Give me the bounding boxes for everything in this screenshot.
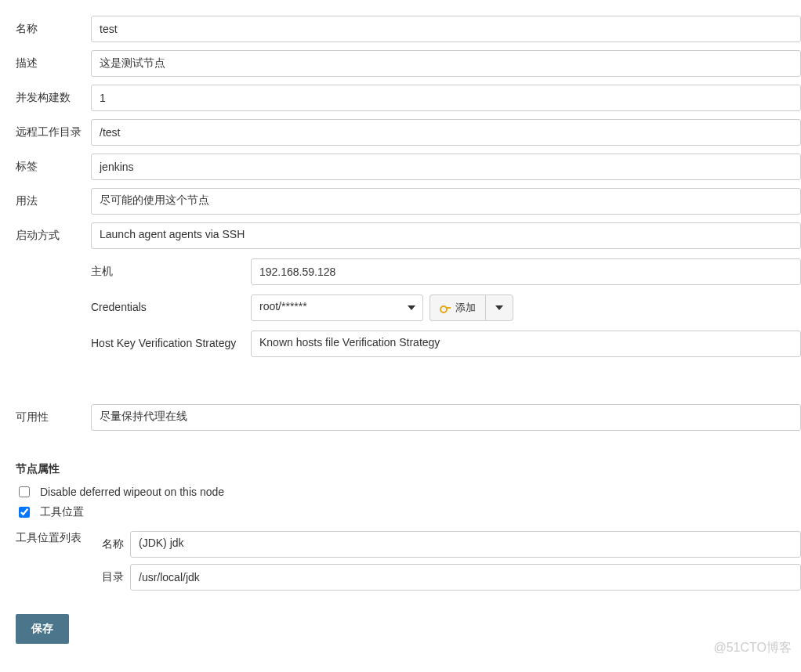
usage-label: 用法 [16,188,91,208]
name-label: 名称 [16,16,91,36]
tool-home-input[interactable] [130,564,801,591]
add-credentials-button[interactable]: 添加 [429,294,485,321]
deferred-wipeout-checkbox[interactable] [19,486,30,497]
host-key-label: Host Key Verification Strategy [91,331,251,349]
credentials-label: Credentials [91,294,251,313]
executors-label: 并发构建数 [16,85,91,105]
host-key-select[interactable]: Known hosts file Verification Strategy [251,331,801,357]
credentials-select[interactable]: root/****** [251,294,423,321]
availability-label: 可用性 [16,404,91,425]
add-credentials-label: 添加 [455,301,476,315]
tool-home-label: 目录 [102,570,130,584]
node-props-title: 节点属性 [16,462,801,476]
launch-label: 启动方式 [16,222,91,243]
tool-name-select[interactable]: (JDK) jdk [130,531,801,558]
remote-dir-input[interactable] [91,119,801,146]
tool-locations-label: 工具位置 [40,505,84,519]
executors-input[interactable] [91,85,801,111]
availability-select[interactable]: 尽量保持代理在线 [91,404,801,431]
host-label: 主机 [91,258,251,279]
host-input[interactable] [251,258,801,285]
chevron-down-icon [495,305,503,310]
description-input[interactable] [91,50,801,77]
remote-dir-label: 远程工作目录 [16,119,91,139]
add-credentials-dropdown[interactable] [485,294,513,321]
tool-list-label: 工具位置列表 [16,525,102,545]
deferred-wipeout-label: Disable deferred wipeout on this node [40,486,224,498]
key-icon [440,304,451,312]
description-label: 描述 [16,50,91,70]
tool-locations-checkbox[interactable] [19,507,30,518]
save-button[interactable]: 保存 [16,614,69,644]
tool-name-label: 名称 [102,537,130,551]
labels-input[interactable] [91,154,801,180]
name-input[interactable] [91,16,801,42]
usage-select[interactable]: 尽可能的使用这个节点 [91,188,801,215]
launch-method-select[interactable]: Launch agent agents via SSH [91,222,801,249]
labels-label: 标签 [16,154,91,174]
